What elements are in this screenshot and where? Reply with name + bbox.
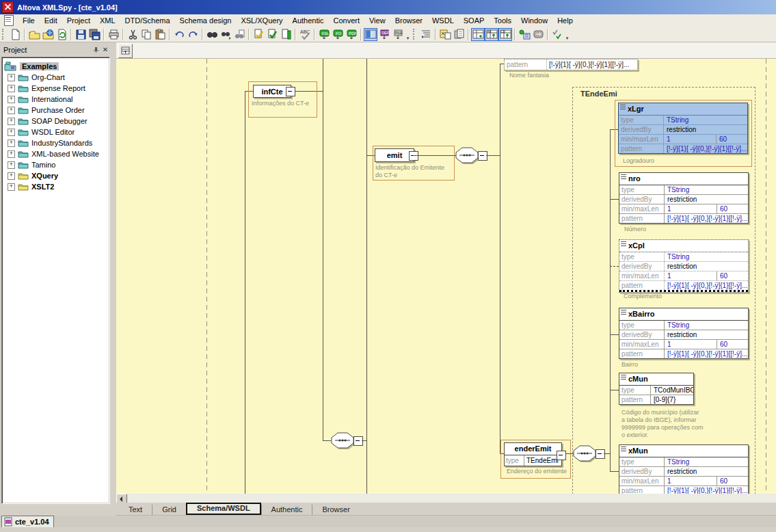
sequence-compositor[interactable] — [331, 432, 356, 452]
sequence-compositor[interactable] — [455, 147, 481, 167]
expand-icon[interactable]: + — [8, 172, 15, 180]
pin-icon[interactable] — [91, 45, 101, 54]
expand-icon[interactable]: + — [8, 139, 15, 147]
pattern-facet-box[interactable]: pattern [!-ÿ]{1}[ -ÿ]{0,}[!-ÿ]{1}[[!-ÿ].… — [504, 59, 638, 70]
expand-icon[interactable]: + — [8, 74, 15, 81]
validate-icon[interactable] — [265, 28, 279, 41]
close-icon[interactable]: ✕ — [101, 45, 110, 54]
tree-item-tamino[interactable]: +Tamino — [2, 159, 109, 170]
tree-root-examples[interactable]: Examples — [2, 60, 109, 72]
assign-schema-icon[interactable] — [279, 28, 293, 41]
print-icon[interactable] — [107, 28, 120, 41]
find-in-files-icon[interactable] — [232, 28, 246, 41]
split-view-icon[interactable] — [364, 28, 377, 41]
element-enderEmit[interactable]: enderEmit type TEndeEmi — [504, 442, 562, 466]
menu-window[interactable]: Window — [516, 15, 552, 26]
tab-grid[interactable]: Grid — [152, 505, 186, 515]
sequence-compositor[interactable] — [573, 445, 598, 465]
def-view-icon[interactable]: DEF — [377, 28, 391, 41]
paste-icon[interactable] — [153, 28, 167, 41]
menu-soap[interactable]: SOAP — [459, 15, 490, 26]
copy-xslt-icon[interactable] — [452, 28, 466, 41]
fo-transformation-icon[interactable]: PDF — [345, 28, 358, 41]
panel-splitter[interactable] — [111, 42, 116, 503]
schema-settings-icon[interactable] — [550, 28, 564, 41]
convert-schema-icon[interactable] — [531, 28, 545, 41]
tree-item-soap-debugger[interactable]: +SOAP Debugger — [2, 116, 109, 127]
tree-item-org-chart[interactable]: +Org-Chart — [2, 72, 109, 83]
tree-item-purchase-order[interactable]: +Purchase Order — [2, 105, 109, 116]
tab-browser[interactable]: Browser — [312, 505, 359, 515]
pretty-print-icon[interactable] — [419, 28, 433, 41]
toolbar-overflow-icon[interactable]: ▾ — [564, 28, 570, 41]
save-all-icon[interactable] — [88, 28, 101, 41]
element-emit[interactable]: emit — [375, 148, 414, 162]
menu-convert[interactable]: Convert — [328, 15, 364, 26]
collapse-icon[interactable] — [353, 436, 363, 446]
collapse-icon[interactable] — [286, 87, 295, 96]
menu-wsdl[interactable]: WSDL — [427, 15, 459, 26]
menu-project[interactable]: Project — [62, 15, 95, 26]
tab-text[interactable]: Text — [119, 505, 152, 515]
cut-icon[interactable] — [126, 28, 139, 41]
element-infCte[interactable]: infCte — [253, 85, 291, 98]
menu-help[interactable]: Help — [552, 15, 578, 26]
tree-item-xquery[interactable]: +XQuery — [2, 170, 109, 181]
collapse-icon[interactable] — [596, 449, 605, 459]
tree-item-expense-report[interactable]: +Expense Report — [2, 83, 109, 94]
assign-xsl-icon[interactable] — [438, 28, 452, 41]
menu-browser[interactable]: Browser — [390, 15, 427, 26]
document-window-icon[interactable] — [4, 15, 14, 26]
save-icon[interactable] — [74, 28, 88, 41]
tree-item-xml-based-website[interactable]: +XML-based Website — [2, 148, 109, 159]
expand-icon[interactable]: + — [8, 107, 15, 114]
menu-authentic[interactable]: Authentic — [288, 15, 329, 26]
menu-edit[interactable]: Edit — [40, 15, 62, 26]
expand-icon[interactable]: + — [8, 161, 15, 169]
document-tab-cte[interactable]: cte_v1.04 — [1, 516, 54, 527]
menu-schema-design[interactable]: Schema design — [175, 15, 237, 26]
undo-icon[interactable] — [172, 28, 186, 41]
show-globals-button[interactable] — [118, 44, 133, 58]
menu-file[interactable]: File — [18, 15, 40, 26]
find-icon[interactable] — [205, 28, 219, 41]
expand-icon[interactable]: + — [8, 85, 15, 92]
element-nro[interactable]: nro typeTString derivedByrestriction min… — [619, 172, 749, 224]
expand-icon[interactable]: + — [8, 129, 15, 136]
tab-authentic[interactable]: Authentic — [261, 505, 312, 515]
expand-icon[interactable]: + — [8, 183, 15, 191]
toolbar-overflow-icon[interactable]: ▾ — [405, 28, 411, 41]
xsl-fo-transformation-icon[interactable]: FO — [331, 28, 345, 41]
open-url-icon[interactable] — [41, 28, 55, 41]
menu-xsl-xquery[interactable]: XSL/XQuery — [236, 15, 287, 26]
open-file-icon[interactable] — [27, 28, 41, 41]
tab-schema-wsdl[interactable]: Schema/WSDL — [186, 503, 261, 515]
collapse-icon[interactable] — [557, 451, 566, 460]
element-xBairro[interactable]: xBairro typeTString derivedByrestriction… — [619, 308, 749, 359]
check-wellformed-icon[interactable] — [252, 28, 265, 41]
element-cMun[interactable]: cMun typeTCodMunIBGE pattern[0-9]{7} — [619, 373, 694, 405]
find-next-icon[interactable] — [219, 28, 232, 41]
xsl-transformation-icon[interactable]: XSL — [317, 28, 331, 41]
tree-item-international[interactable]: +International — [2, 94, 109, 105]
generate-sample-icon[interactable] — [518, 28, 531, 41]
collapse-icon[interactable] — [478, 151, 487, 161]
tree-item-industrystandards[interactable]: +IndustryStandards — [2, 137, 109, 148]
element-xCpl[interactable]: xCpl typeTString derivedByrestriction mi… — [619, 239, 749, 293]
show-annotations-toggle-icon[interactable]: AB — [485, 28, 498, 41]
tree-item-xslt2[interactable]: +XSLT2 — [2, 181, 109, 192]
expand-icon[interactable]: + — [8, 118, 15, 125]
file-view-icon[interactable]: FILE — [391, 28, 405, 41]
show-attributes-toggle-icon[interactable] — [471, 28, 485, 41]
expand-icon[interactable]: + — [8, 150, 15, 158]
tree-item-wsdl-editor[interactable]: +WSDL Editor — [2, 127, 109, 137]
expand-icon[interactable]: + — [8, 96, 15, 103]
toolbar-grip[interactable] — [2, 29, 6, 40]
spelling-icon[interactable]: ABC — [298, 28, 312, 41]
reload-document-icon[interactable] — [55, 28, 68, 41]
new-document-icon[interactable] — [8, 28, 22, 41]
menu-tools[interactable]: Tools — [489, 15, 516, 26]
redo-icon[interactable] — [186, 28, 200, 41]
element-xLgr[interactable]: xLgr typeTString derivedByrestriction mi… — [618, 103, 748, 154]
copy-icon[interactable] — [139, 28, 153, 41]
